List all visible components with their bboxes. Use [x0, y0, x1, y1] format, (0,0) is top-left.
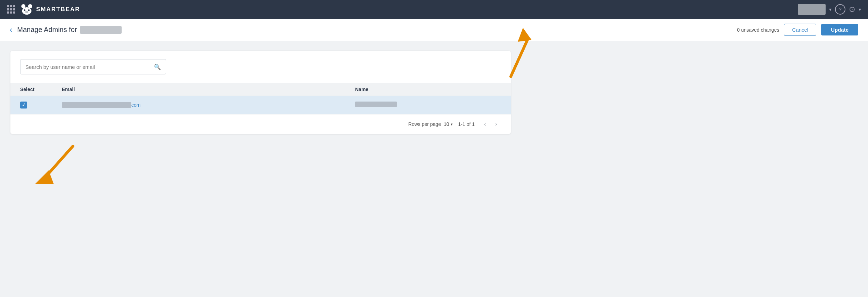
email-suffix[interactable]: com	[131, 102, 140, 108]
main-content: 🔍 Select Email Name com	[0, 41, 868, 144]
col-header-select: Select	[20, 87, 62, 92]
person-chevron-icon[interactable]: ▾	[859, 7, 861, 12]
prev-page-button[interactable]: ‹	[480, 119, 490, 129]
navbar-left: SMARTBEAR	[7, 4, 80, 15]
table-header: Select Email Name	[10, 83, 511, 96]
rows-per-page-label: Rows per page	[408, 121, 441, 127]
subheader-left: ‹ Manage Admins for	[10, 25, 122, 34]
navbar: SMARTBEAR ▾ ? ⊙ ▾	[0, 0, 868, 19]
apps-icon[interactable]	[7, 5, 15, 14]
brand: SMARTBEAR	[20, 4, 80, 15]
admins-table: Select Email Name com Ro	[10, 83, 511, 134]
rows-per-page-value: 10	[444, 121, 449, 127]
account-name-redacted	[80, 26, 122, 34]
svg-point-5	[25, 11, 28, 13]
email-cell: com	[62, 102, 355, 108]
update-button[interactable]: Update	[821, 24, 858, 35]
table-footer: Rows per page 10 ▾ 1-1 of 1 ‹ ›	[10, 114, 511, 134]
col-header-email: Email	[62, 87, 355, 92]
email-redacted	[62, 102, 131, 108]
svg-point-4	[28, 9, 30, 11]
table-row: com	[10, 96, 511, 114]
navbar-right: ▾ ? ⊙ ▾	[798, 4, 861, 15]
col-header-name: Name	[355, 87, 501, 92]
account-selector-button[interactable]	[798, 4, 826, 15]
help-icon[interactable]: ?	[835, 4, 845, 15]
search-section: 🔍	[10, 51, 511, 83]
cancel-button[interactable]: Cancel	[784, 24, 816, 36]
rows-per-page-select[interactable]: 10 ▾	[444, 121, 453, 127]
admins-card: 🔍 Select Email Name com	[10, 51, 511, 134]
bear-logo-icon	[20, 4, 33, 15]
checkbox-cell	[20, 102, 62, 109]
unsaved-changes-label: 0 unsaved changes	[737, 27, 779, 33]
name-cell	[355, 102, 501, 109]
search-icon: 🔍	[154, 64, 161, 70]
name-redacted	[355, 102, 397, 107]
page-title: Manage Admins for	[17, 26, 121, 34]
pagination-info: 1-1 of 1	[458, 121, 475, 127]
brand-name-label: SMARTBEAR	[36, 6, 80, 13]
next-page-button[interactable]: ›	[491, 119, 501, 129]
account-chevron-icon[interactable]: ▾	[829, 7, 832, 12]
rows-chevron-icon: ▾	[451, 122, 453, 127]
subheader-right: 0 unsaved changes Cancel Update	[737, 24, 858, 36]
rows-per-page: Rows per page 10 ▾	[408, 121, 453, 127]
search-input[interactable]	[25, 64, 154, 70]
select-checkbox[interactable]	[20, 102, 27, 109]
person-icon[interactable]: ⊙	[849, 5, 855, 14]
pagination-buttons: ‹ ›	[480, 119, 501, 129]
subheader: ‹ Manage Admins for 0 unsaved changes Ca…	[0, 19, 868, 41]
back-button[interactable]: ‹	[10, 25, 12, 34]
svg-point-3	[24, 9, 26, 11]
search-box: 🔍	[20, 59, 166, 74]
